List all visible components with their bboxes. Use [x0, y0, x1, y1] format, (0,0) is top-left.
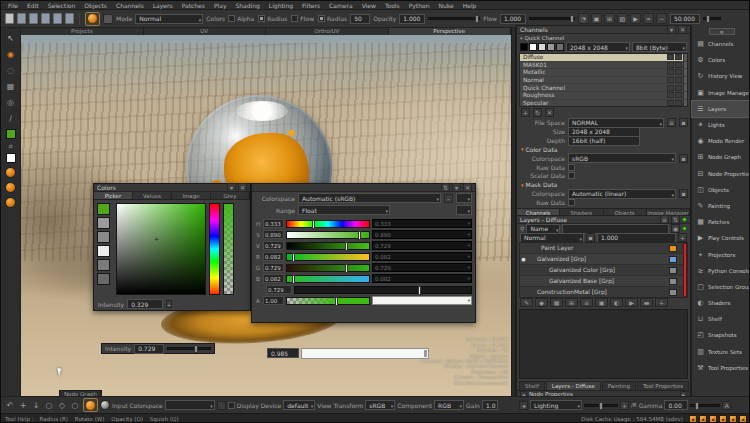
channel-cache-icon[interactable] — [667, 77, 674, 83]
value-slider-marker[interactable] — [418, 286, 421, 295]
clone-brush-icon[interactable] — [5, 197, 16, 208]
bottom-palette-tab[interactable]: Tool Properties — [637, 381, 689, 390]
save-project-icon[interactable] — [29, 13, 38, 24]
palette-drawer-item[interactable]: ⊟ Node Properties — [692, 166, 750, 182]
palette-drawer-item[interactable]: ⚒ Tool Properties — [692, 360, 750, 376]
display-checkbox[interactable] — [228, 402, 235, 409]
toggle-checkbox[interactable] — [228, 15, 235, 22]
channel-cache-icon[interactable] — [667, 69, 674, 75]
blend-mode-select[interactable]: Normal — [520, 233, 584, 243]
opacity-slider[interactable] — [428, 17, 480, 20]
bottom-palette-tab[interactable]: Painting — [602, 381, 636, 390]
mask-colorspace-reset[interactable]: ▪ — [679, 189, 688, 198]
palette-drawer-item[interactable]: ≥ Python Console — [692, 263, 750, 279]
palette-drawer-item[interactable]: ◉ Modo Render — [692, 133, 750, 149]
channel-list-row[interactable]: Specular — [520, 100, 687, 107]
floating-intensity-field[interactable]: 0.729 — [134, 344, 164, 354]
np-add-button[interactable]: + — [620, 401, 629, 410]
channel-tool-button[interactable]: ✕ — [545, 108, 554, 117]
colors-palette-titlebar[interactable]: Colors ▾ ✕ — [94, 184, 250, 192]
palette-drawer-item[interactable]: ✎ Painting — [692, 198, 750, 214]
tool-icon[interactable]: ↖ — [4, 32, 18, 45]
opacity-slider-knob[interactable] — [475, 15, 479, 23]
white-slider-knob[interactable] — [424, 350, 427, 357]
alpha-value-field[interactable]: 1.00 — [263, 296, 284, 305]
menu-item[interactable]: Selection — [48, 2, 76, 9]
toolbar-icon-button[interactable]: ▧ — [617, 13, 628, 24]
alpha-marker[interactable] — [335, 297, 338, 306]
channel-tool-button[interactable]: ↻ — [533, 108, 542, 117]
value-field[interactable]: 0.729 — [266, 285, 292, 294]
menu-item[interactable]: Shading — [235, 2, 259, 9]
white-slider-bar[interactable] — [301, 348, 429, 359]
colorspace-reset-button[interactable]: – — [444, 194, 453, 203]
scalar-data-checkbox[interactable] — [568, 172, 575, 179]
view-transform-select[interactable]: sRGB — [365, 400, 395, 410]
layer-tool-button[interactable]: ▦ — [550, 298, 563, 307]
quick-channel-row[interactable]: Quick Channel — [517, 34, 690, 41]
channel-slider-marker[interactable] — [292, 275, 295, 284]
channel-slider-value[interactable]: 0.729 — [263, 263, 284, 272]
palette-drawer-item[interactable]: ▥ Texture Sets — [692, 344, 750, 360]
background-color-swatch[interactable] — [6, 153, 16, 163]
channel-lock-icon[interactable] — [675, 100, 682, 106]
channel-lock-icon[interactable] — [675, 54, 682, 60]
colorspace-extra-select[interactable] — [456, 193, 472, 203]
channel-list-scrollbar[interactable] — [683, 77, 687, 84]
menu-item[interactable]: Objects — [84, 2, 107, 9]
shader-sphere-icon[interactable] — [100, 400, 110, 410]
palette-close-icon[interactable]: ✕ — [238, 183, 247, 192]
range-extra-select[interactable] — [456, 205, 472, 215]
layer-tool-button[interactable]: ▣ — [595, 298, 608, 307]
channel-list-scrollbar[interactable] — [683, 92, 687, 99]
channel-cache-icon[interactable] — [667, 92, 674, 98]
status-icon-button[interactable]: ▪ — [719, 415, 727, 423]
channel-lock-icon[interactable] — [675, 77, 682, 83]
menu-item[interactable]: Patches — [182, 2, 205, 9]
color-colorspace-select[interactable]: sRGB — [568, 153, 676, 163]
palette-drawer-item[interactable]: ▶ Play Controls — [692, 230, 750, 246]
layer-row[interactable]: Galvanized Color [Grp] — [520, 265, 687, 276]
toolbar-icon-button[interactable]: ~ — [656, 13, 667, 24]
bottom-palette-tab[interactable]: Shelf — [519, 381, 545, 390]
toggle-item[interactable]: Radius — [318, 15, 347, 22]
alpha-entry-field[interactable] — [372, 296, 472, 305]
panel-updown-icon[interactable]: ⇅ — [441, 183, 450, 192]
channel-slider-bar[interactable] — [286, 231, 370, 239]
status-icon-button[interactable]: ▪ — [709, 415, 717, 423]
paint-brush-icon[interactable] — [5, 167, 16, 178]
viewport-tab[interactable]: Projects — [21, 28, 144, 35]
palette-drawer-item[interactable]: ↻ History View — [692, 68, 750, 84]
menu-item[interactable]: Filters — [302, 2, 320, 9]
channel-slider-value[interactable]: 0.082 — [263, 252, 284, 261]
layer-tool-button[interactable]: ▬ — [640, 298, 653, 307]
channel-lock-icon[interactable] — [675, 85, 682, 91]
menu-item[interactable]: Edit — [27, 2, 39, 9]
channel-slider-entry[interactable]: 0.729 — [372, 263, 472, 272]
channel-slider-entry[interactable]: 0.729 — [372, 241, 472, 250]
layer-tool-button[interactable]: ≡ — [580, 298, 593, 307]
component-select[interactable]: RGB — [434, 400, 464, 410]
viewport-tab[interactable]: Ortho/UV — [266, 28, 389, 35]
channel-slider-entry[interactable]: 0.082 — [372, 274, 472, 283]
np-channel-select[interactable]: Lighting — [530, 400, 582, 410]
layer-tool-button[interactable]: ◐ — [610, 298, 623, 307]
tool-icon[interactable]: ◌ — [4, 64, 18, 77]
menu-item[interactable]: Layers — [153, 2, 173, 9]
channel-list-scrollbar[interactable] — [683, 69, 687, 76]
palette-drawer-item[interactable]: ▤ Channels — [692, 36, 750, 52]
toolbar-icon-button[interactable]: ◔ — [578, 13, 589, 24]
palette-tab[interactable]: Shaders — [560, 209, 603, 215]
tool-icon[interactable]: ▦ — [4, 80, 18, 93]
channel-slider-marker[interactable] — [292, 253, 295, 262]
menu-item[interactable]: Nuke — [438, 2, 453, 9]
white-slider-field[interactable]: 0.985 — [267, 348, 299, 358]
gamma-add-button[interactable]: A — [722, 401, 731, 410]
swap-colors-icon[interactable]: ⇄ — [8, 143, 12, 149]
palette-drawer-item[interactable]: ◫ Objects — [692, 182, 750, 198]
menu-item[interactable]: Lighting — [269, 2, 293, 9]
palette-tab[interactable]: Channels — [517, 209, 560, 215]
new-project-icon[interactable] — [5, 13, 14, 24]
layer-tool-button[interactable]: ◆ — [535, 298, 548, 307]
toggle-item[interactable]: Alpha — [228, 15, 254, 22]
